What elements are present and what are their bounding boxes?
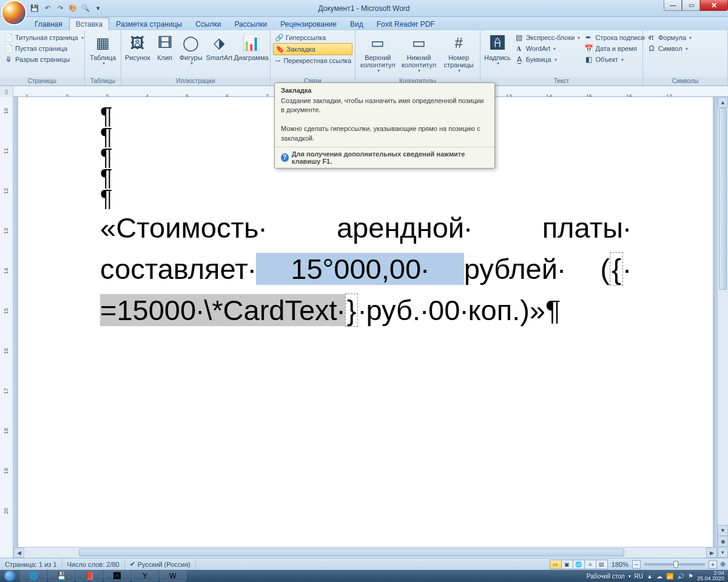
scroll-left-button[interactable]: ◀ — [13, 547, 24, 558]
zoom-out-button[interactable]: − — [632, 560, 641, 569]
equation-button[interactable]: πФормула — [645, 32, 693, 43]
prev-page-button[interactable]: ◉ — [718, 536, 728, 547]
equation-label: Формула — [658, 34, 686, 41]
tray-chevron-icon[interactable]: ▾ — [629, 574, 631, 579]
tray-updates-icon[interactable]: ▲ — [647, 573, 653, 580]
tray-action-icon[interactable]: ⚑ — [688, 573, 693, 580]
taskbar: 🌐 💾 📕 🅰 Y W Рабочий стол ▾ RU ▲ ☁ 📶 🔊 ⚑ … — [0, 570, 728, 582]
header-button[interactable]: ▭Верхний колонтитул — [358, 32, 398, 75]
document-body[interactable]: «Стоимость· арендной· платы· составляет·… — [100, 207, 631, 331]
scrollbar-horizontal[interactable]: ◀ ▶ — [13, 547, 717, 558]
tab-view[interactable]: Вид — [343, 18, 370, 30]
qat-redo[interactable]: ↷ — [55, 3, 66, 14]
field-brace-open: { — [610, 252, 623, 286]
office-button[interactable] — [2, 1, 25, 24]
tab-foxit[interactable]: Foxit Reader PDF — [370, 18, 442, 30]
wordart-icon: 𝐀 — [514, 44, 524, 53]
minimize-button[interactable]: — — [664, 0, 682, 11]
view-draft[interactable]: ▤ — [596, 560, 608, 569]
sigline-button[interactable]: ✒Строка подписи — [582, 32, 651, 43]
tab-references[interactable]: Ссылки — [189, 18, 228, 30]
qat-save[interactable]: 💾 — [29, 3, 40, 14]
qat-undo[interactable]: ↶ — [42, 3, 53, 14]
task-chrome[interactable]: 🌐 — [20, 570, 47, 581]
datetime-button[interactable]: 📅Дата и время — [582, 43, 651, 54]
task-save[interactable]: 💾 — [48, 570, 75, 581]
title-page-button[interactable]: 📄Титульная страница — [2, 32, 85, 43]
tab-review[interactable]: Рецензирование — [274, 18, 343, 30]
show-desktop[interactable]: Рабочий стол — [587, 573, 625, 580]
status-words[interactable]: Число слов: 2/80 — [62, 558, 125, 570]
tooltip-p2: Можно сделать гиперссылки, указывающие п… — [281, 124, 488, 143]
view-outline[interactable]: ≡ — [584, 560, 596, 569]
wordart-button[interactable]: 𝐀WordArt — [513, 43, 582, 54]
zoom-level[interactable]: 180% — [612, 561, 629, 568]
task-yandex[interactable]: Y — [132, 570, 158, 581]
tray-clock[interactable]: 2:04 25.04.2020 — [697, 570, 724, 581]
scroll-v-thumb[interactable] — [719, 108, 727, 290]
zoom-thumb[interactable] — [673, 561, 678, 568]
ruler-vertical[interactable]: 1011121314151617181920 — [0, 97, 13, 558]
quickparts-button[interactable]: ▤Экспресс-блоки — [513, 32, 582, 43]
bookmark-button[interactable]: 🔖Закладка — [273, 43, 352, 55]
maximize-button[interactable]: ▭ — [682, 0, 700, 11]
object-button[interactable]: ◧Объект — [582, 54, 651, 65]
view-full-screen[interactable]: ▣ — [561, 560, 573, 569]
crossref-button[interactable]: ↔Перекрестная ссылка — [273, 55, 352, 66]
task-abbyy[interactable]: 🅰 — [104, 570, 130, 581]
picture-button[interactable]: 🖼Рисунок — [124, 32, 152, 62]
scroll-h-thumb[interactable] — [79, 549, 624, 557]
tray-lang[interactable]: RU — [635, 573, 643, 580]
tray-network-icon[interactable]: 📶 — [666, 573, 673, 580]
tray-cloud-icon[interactable]: ☁ — [656, 573, 662, 580]
view-web[interactable]: 🌐 — [573, 560, 585, 569]
close-button[interactable]: ✕ — [700, 0, 728, 11]
tab-insert[interactable]: Вставка — [69, 18, 110, 30]
tab-home[interactable]: Главная — [28, 18, 69, 30]
smartart-button[interactable]: ⬗SmartArt — [205, 32, 234, 62]
qat-customize[interactable]: ▾ — [93, 3, 104, 14]
datetime-icon: 📅 — [584, 44, 593, 53]
task-word[interactable]: W — [160, 570, 186, 581]
zoom-slider[interactable] — [644, 563, 705, 566]
zoom-in-button[interactable]: + — [709, 560, 717, 569]
dropcap-button[interactable]: A̲Буквица — [513, 54, 582, 65]
start-button[interactable] — [0, 570, 19, 582]
qat-style[interactable]: 🎨 — [67, 3, 78, 14]
view-print-layout[interactable]: ▭ — [550, 560, 562, 569]
tab-mailings[interactable]: Рассылки — [228, 18, 274, 30]
scroll-down-button[interactable]: ▼ — [718, 525, 728, 536]
chart-button[interactable]: 📊Диаграмма — [235, 32, 268, 62]
status-lang[interactable]: ✔Русский (Россия) — [125, 558, 196, 570]
tooltip-title: Закладка — [275, 83, 494, 95]
blank-page-icon: 📄 — [4, 44, 13, 53]
page-break-button[interactable]: ⤋Разрыв страницы — [2, 54, 85, 65]
scroll-up-button[interactable]: ▲ — [718, 97, 728, 108]
tab-pagelayout[interactable]: Разметка страницы — [109, 18, 189, 30]
pagenum-button[interactable]: #Номер страницы — [440, 32, 477, 75]
scroll-right-button[interactable]: ▶ — [706, 547, 717, 558]
object-label: Объект — [595, 56, 618, 63]
blank-page-button[interactable]: 📄Пустая страница — [2, 43, 85, 54]
shapes-button[interactable]: ◯Фигуры — [178, 32, 204, 68]
window-title: Документ1 - Microsoft Word — [318, 4, 410, 13]
footer-button[interactable]: ▭Нижний колонтитул — [399, 32, 439, 75]
shapes-icon: ◯ — [181, 33, 201, 53]
textbox-icon: 🅰 — [488, 33, 507, 53]
smartart-label: SmartArt — [206, 54, 232, 61]
sigline-label: Строка подписи — [595, 34, 644, 41]
group-tables-label: Таблицы — [85, 77, 121, 85]
zoom-fit-button[interactable]: ⊕ — [717, 560, 728, 568]
textbox-button[interactable]: 🅰Надпись — [483, 32, 512, 68]
symbol-button[interactable]: ΩСимвол — [645, 43, 693, 54]
status-page[interactable]: Страница: 1 из 1 — [0, 558, 62, 570]
next-page-button[interactable]: ▾ — [718, 547, 728, 558]
hyperlink-button[interactable]: 🔗Гиперссылка — [273, 32, 352, 43]
task-foxit[interactable]: 📕 — [76, 570, 103, 581]
qat-lookup[interactable]: 🔍 — [80, 3, 91, 14]
tray-volume-icon[interactable]: 🔊 — [677, 573, 684, 580]
table-button[interactable]: ▦Таблица — [87, 32, 118, 68]
ruler-corner[interactable]: ▯ — [0, 86, 13, 97]
scrollbar-vertical[interactable]: ▲ ▼ ◉ ▾ — [717, 97, 728, 558]
clip-button[interactable]: 🎞Клип — [153, 32, 177, 62]
